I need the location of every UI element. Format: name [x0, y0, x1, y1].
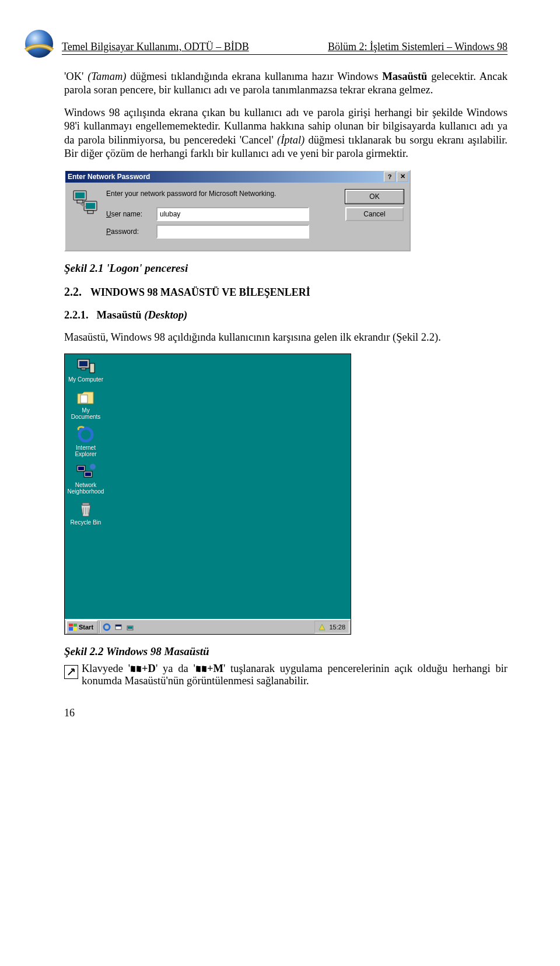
password-input[interactable] [156, 225, 309, 239]
start-label: Start [79, 624, 93, 631]
desktop-icon-my-documents[interactable]: My Documents [67, 388, 104, 420]
desktop-icon-network-neighborhood[interactable]: Network Neighborhood [67, 463, 104, 495]
header-left: Temel Bilgisayar Kullanımı, ODTÜ – BİDB [62, 41, 249, 53]
dialog-titlebar[interactable]: Enter Network Password ? ✕ [65, 171, 410, 183]
paragraph-2: Windows 98 açılışında ekrana çıkan bu ku… [64, 106, 508, 160]
quick-launch-icon[interactable] [102, 622, 112, 632]
svg-rect-15 [78, 467, 84, 470]
svg-rect-2 [75, 192, 85, 198]
page-header: Temel Bilgisayar Kullanımı, ODTÜ – BİDB … [64, 35, 508, 61]
header-logo-icon [22, 27, 56, 61]
desktop-icon-label: Internet Explorer [67, 444, 104, 457]
desktop-icon-label: My Documents [67, 407, 104, 420]
username-label: User name: [106, 210, 156, 218]
svg-rect-17 [85, 473, 91, 476]
desktop-icon-label: Network Neighborhood [67, 482, 104, 495]
svg-rect-10 [81, 368, 86, 370]
page-number: 16 [64, 707, 508, 719]
section-2-2-1-heading: 2.2.1. Masaüstü (Desktop) [64, 309, 508, 321]
figure-caption-2: Şekil 2.2 Windows 98 Masaüstü [64, 645, 508, 658]
recycle-bin-icon [76, 501, 96, 518]
desktop-icon-internet-explorer[interactable]: Internet Explorer [67, 426, 104, 457]
paragraph-3: Masaüstü, Windows 98 açıldığında kullanı… [64, 331, 508, 344]
svg-rect-3 [77, 200, 83, 203]
my-documents-icon [76, 388, 96, 406]
close-button[interactable]: ✕ [397, 172, 408, 182]
windows-key-icon [195, 664, 207, 675]
desktop-icon-my-computer[interactable]: My Computer [67, 358, 104, 383]
logon-dialog: Enter Network Password ? ✕ Enter your ne… [64, 170, 411, 251]
dialog-title: Enter Network Password [68, 173, 150, 181]
ok-button[interactable]: OK [345, 190, 404, 204]
windows-desktop: My Computer My Documents Internet Explor… [64, 354, 351, 635]
windows-key-icon [130, 664, 142, 675]
taskbar-separator [99, 621, 100, 633]
quick-launch-icon[interactable] [125, 622, 135, 632]
svg-rect-24 [128, 626, 132, 629]
desktop-icon-recycle-bin[interactable]: Recycle Bin [67, 501, 104, 526]
system-tray[interactable]: 15:28 [314, 621, 349, 634]
network-icon [76, 463, 96, 481]
help-button[interactable]: ? [384, 172, 396, 182]
password-label: Password: [106, 228, 156, 236]
cancel-button[interactable]: Cancel [345, 207, 404, 221]
section-2-2-heading: 2.2. WINDOWS 98 MASAÜSTÜ VE BİLEŞENLERİ [64, 285, 508, 299]
tip-arrow-icon [64, 665, 78, 679]
tip-note: Klavyede '+D' ya da '+M' tuşlanarak uygu… [64, 663, 508, 687]
svg-point-20 [104, 624, 110, 630]
svg-rect-6 [88, 211, 93, 214]
svg-point-18 [90, 464, 96, 470]
svg-rect-11 [90, 363, 94, 373]
svg-rect-9 [79, 361, 88, 366]
svg-point-13 [79, 428, 92, 441]
svg-rect-5 [86, 203, 95, 209]
tray-icon [318, 624, 326, 631]
svg-rect-12 [80, 395, 88, 403]
desktop-icons-area: My Computer My Documents Internet Explor… [65, 354, 351, 535]
header-right: Bölüm 2: İşletim Sistemleri – Windows 98 [328, 41, 508, 53]
taskbar[interactable]: Start 15:28 [65, 619, 351, 634]
my-computer-icon [76, 358, 96, 375]
paragraph-1: 'OK' (Tamam) düğmesi tıklandığında ekran… [64, 70, 508, 97]
network-icon [71, 190, 100, 242]
quick-launch [102, 622, 135, 632]
start-button[interactable]: Start [66, 620, 98, 634]
windows-flag-icon [69, 624, 77, 631]
dialog-message: Enter your network password for Microsof… [106, 190, 340, 198]
desktop-icon-label: My Computer [67, 376, 104, 383]
figure-caption-1: Şekil 2.1 'Logon' penceresi [64, 262, 508, 275]
svg-rect-22 [116, 625, 121, 626]
internet-explorer-icon [76, 426, 96, 443]
svg-rect-19 [82, 503, 89, 505]
quick-launch-icon[interactable] [113, 622, 124, 632]
desktop-icon-label: Recycle Bin [67, 519, 104, 526]
username-input[interactable] [156, 207, 309, 221]
taskbar-clock: 15:28 [329, 624, 345, 631]
